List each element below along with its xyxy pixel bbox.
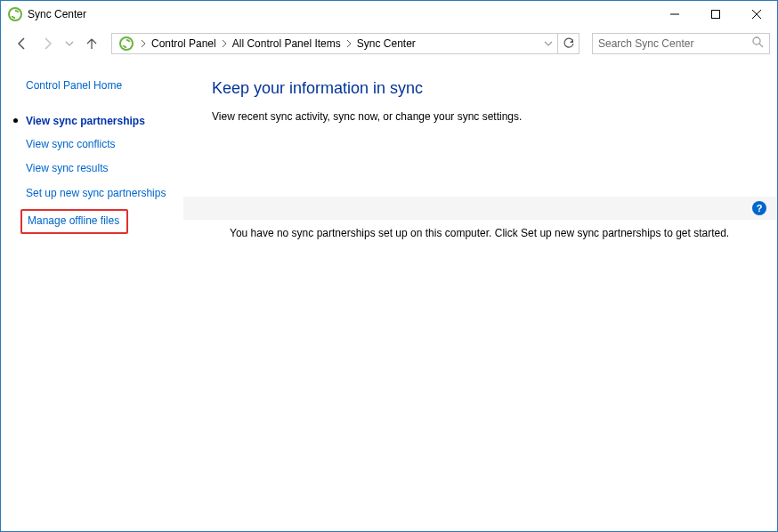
svg-line-9: [759, 44, 763, 47]
window-controls: [654, 1, 777, 28]
sidebar: Control Panel Home View sync partnership…: [1, 60, 183, 531]
window-title: Sync Center: [28, 8, 654, 20]
content-area: Control Panel Home View sync partnership…: [1, 60, 777, 531]
close-button[interactable]: [736, 1, 777, 28]
search-input[interactable]: [598, 37, 751, 50]
status-bar: ?: [183, 197, 777, 220]
bullet-icon: [13, 118, 18, 123]
help-icon[interactable]: ?: [752, 201, 766, 215]
svg-point-8: [753, 37, 760, 44]
forward-button: [38, 35, 56, 52]
svg-line-5: [752, 10, 761, 19]
svg-rect-3: [712, 11, 720, 19]
recent-locations-button[interactable]: [63, 39, 76, 48]
control-panel-home-link[interactable]: Control Panel Home: [26, 79, 183, 93]
sidebar-item-view-results[interactable]: View sync results: [26, 162, 183, 176]
chevron-right-icon[interactable]: [137, 40, 150, 47]
chevron-right-icon[interactable]: [218, 40, 231, 47]
sidebar-item-manage-offline-files[interactable]: Manage offline files: [28, 214, 119, 229]
breadcrumb-item[interactable]: Sync Center: [355, 37, 417, 50]
sidebar-item-setup-partnerships[interactable]: Set up new sync partnerships: [26, 187, 183, 201]
breadcrumb-item[interactable]: Control Panel: [150, 37, 218, 50]
address-dropdown-button[interactable]: [539, 39, 557, 48]
sidebar-item-view-partnerships[interactable]: View sync partnerships: [13, 115, 183, 127]
search-box[interactable]: [592, 33, 770, 54]
highlight-annotation: Manage offline files: [20, 209, 128, 234]
navigation-bar: Control Panel All Control Panel Items Sy…: [1, 28, 777, 60]
sync-center-icon: [8, 7, 22, 21]
sidebar-item-view-conflicts[interactable]: View sync conflicts: [26, 138, 183, 152]
back-button[interactable]: [13, 35, 31, 52]
breadcrumb-item[interactable]: All Control Panel Items: [231, 37, 343, 50]
up-button[interactable]: [83, 35, 101, 52]
maximize-button[interactable]: [695, 1, 736, 28]
title-bar: Sync Center: [1, 1, 777, 28]
sidebar-active-label: View sync partnerships: [26, 115, 145, 127]
refresh-button[interactable]: [557, 34, 579, 53]
page-description: View recent sync activity, sync now, or …: [212, 110, 768, 123]
page-heading: Keep your information in sync: [212, 79, 768, 98]
sync-center-icon: [119, 36, 134, 51]
minimize-button[interactable]: [654, 1, 695, 28]
search-icon[interactable]: [751, 36, 764, 52]
chevron-right-icon[interactable]: [343, 40, 355, 47]
main-panel: Keep your information in sync View recen…: [183, 60, 777, 531]
empty-state-message: You have no sync partnerships set up on …: [230, 227, 729, 239]
svg-line-4: [752, 10, 761, 19]
address-bar[interactable]: Control Panel All Control Panel Items Sy…: [111, 33, 579, 54]
